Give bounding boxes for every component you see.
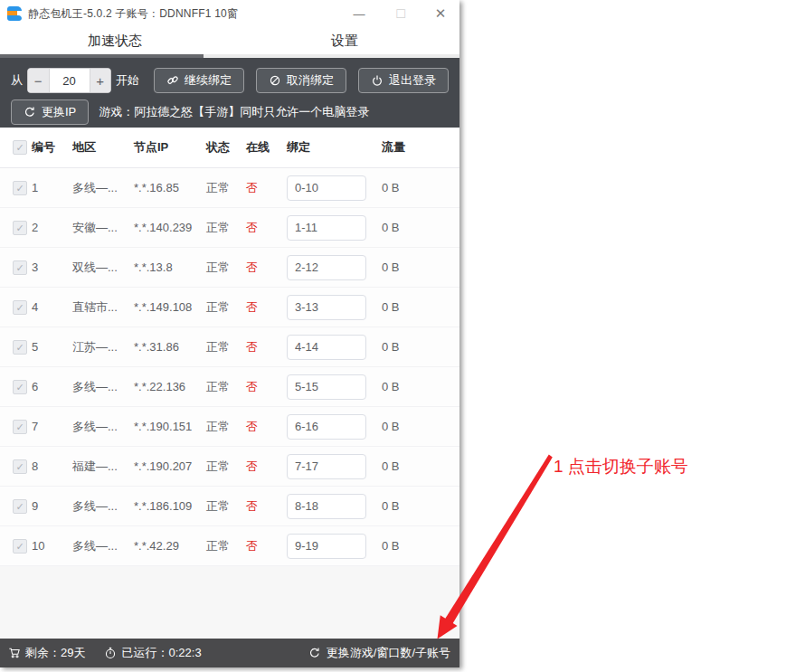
start-index-input[interactable] [50,69,90,92]
bind-range-input[interactable] [287,295,366,320]
row-checkbox[interactable]: ✓ [13,260,27,275]
refresh-icon [24,106,36,118]
cell-traffic: 0 B [378,539,459,553]
table-row: ✓ 5 江苏—... *.*.31.86 正常 否 0 B [0,327,459,367]
cart-icon [8,647,21,659]
table-body: ✓ 1 多线—... *.*.16.85 正常 否 0 B ✓ 2 安徽—...… [0,168,459,566]
table-header: ✓ 编号 地区 节点IP 状态 在线 绑定 流量 [0,128,459,168]
cell-region: 双线—... [72,260,134,276]
cell-online: 否 [246,220,287,236]
power-icon [371,74,384,87]
cell-status: 正常 [206,180,246,196]
bind-range-input[interactable] [287,534,366,559]
change-ip-label: 更换IP [42,104,76,120]
cell-traffic: 0 B [378,221,459,234]
bind-range-input[interactable] [287,414,366,440]
unlink-icon [269,74,281,87]
cell-online: 否 [246,299,287,316]
cell-traffic: 0 B [378,181,459,194]
bind-range-input[interactable] [287,335,366,360]
window-controls: — ☐ ✕ [338,0,459,27]
app-logo-icon [7,6,22,21]
row-checkbox[interactable]: ✓ [13,340,27,355]
cell-node-ip: *.*.16.85 [134,181,206,194]
row-checkbox[interactable]: ✓ [13,459,27,474]
row-checkbox[interactable]: ✓ [13,380,27,394]
cell-id: 4 [32,300,72,314]
header-id: 编号 [32,139,72,156]
header-online: 在线 [246,139,287,156]
start-index-stepper: − + [27,68,111,93]
link-icon [166,74,179,87]
cell-region: 安徽—... [72,220,134,236]
row-checkbox[interactable]: ✓ [13,221,27,235]
switch-account-button[interactable]: 更换游戏/窗口数/子账号 [308,645,450,661]
cell-status: 正常 [206,220,246,236]
cell-traffic: 0 B [378,260,459,274]
cell-id: 8 [32,459,72,473]
empty-area [0,566,459,639]
bind-range-input[interactable] [287,454,366,479]
node-table: ✓ 编号 地区 节点IP 状态 在线 绑定 流量 ✓ 1 多线—... *.*.… [0,128,459,566]
continue-bind-button[interactable]: 继续绑定 [154,68,244,93]
row-checkbox[interactable]: ✓ [13,499,27,514]
app-window: 静态包机王-5.0.2 子账号：DDNNFF1 10窗 — ☐ ✕ 加速状态 设… [0,0,459,667]
tab-accel-status[interactable]: 加速状态 [0,27,230,58]
bind-range-input[interactable] [287,494,366,519]
header-region: 地区 [72,139,134,156]
timer-icon [104,647,117,659]
from-label: 从 [11,72,23,89]
select-all-checkbox[interactable]: ✓ [13,140,27,155]
cell-region: 多线—... [72,379,134,395]
table-row: ✓ 10 多线—... *.*.42.29 正常 否 0 B [0,526,459,566]
cell-region: 直辖市... [72,299,134,316]
row-checkbox[interactable]: ✓ [13,420,27,434]
cell-online: 否 [246,459,287,475]
cell-region: 多线—... [72,419,134,435]
cell-node-ip: *.*.149.108 [134,300,206,314]
row-checkbox[interactable]: ✓ [13,300,27,315]
table-row: ✓ 3 双线—... *.*.13.8 正常 否 0 B [0,248,459,288]
cell-node-ip: *.*.31.86 [134,340,206,354]
bind-range-input[interactable] [287,374,366,400]
cell-id: 5 [32,340,72,354]
annotation-label: 1 点击切换子账号 [554,455,688,478]
minimize-icon[interactable]: — [338,0,380,27]
bind-range-input[interactable] [287,255,366,280]
row-checkbox[interactable]: ✓ [13,181,27,195]
bind-range-input[interactable] [287,175,366,201]
cell-region: 多线—... [72,180,134,196]
bind-range-input[interactable] [287,215,366,241]
table-row: ✓ 9 多线—... *.*.186.109 正常 否 0 B [0,487,459,526]
cancel-bind-button[interactable]: 取消绑定 [256,68,346,93]
remaining-days: 剩余：29天 [8,645,85,661]
game-notice: 游戏：阿拉德之怒【手游】同时只允许一个电脑登录 [99,104,369,120]
switch-account-label: 更换游戏/窗口数/子账号 [327,645,450,661]
cell-online: 否 [246,260,287,276]
cell-online: 否 [246,498,287,515]
cell-online: 否 [246,339,287,355]
row-checkbox[interactable]: ✓ [13,539,27,554]
table-row: ✓ 2 安徽—... *.*.140.239 正常 否 0 B [0,208,459,248]
logout-button[interactable]: 退出登录 [358,68,449,93]
header-node-ip: 节点IP [134,139,206,156]
header-status: 状态 [206,139,246,156]
toolbar-row-1: 从 − + 开始 继续绑定 [11,68,449,93]
cell-id: 3 [32,260,72,274]
start-label: 开始 [116,72,139,89]
logout-label: 退出登录 [389,72,436,89]
header-traffic: 流量 [378,139,459,156]
cell-id: 1 [32,181,72,194]
cell-status: 正常 [206,538,246,554]
maximize-icon[interactable]: ☐ [380,0,421,27]
cell-online: 否 [246,379,287,395]
change-ip-button[interactable]: 更换IP [11,99,89,125]
stepper-plus-button[interactable]: + [90,69,111,92]
cell-region: 多线—... [72,498,134,515]
close-icon[interactable]: ✕ [421,0,459,27]
cell-traffic: 0 B [378,499,459,513]
uptime: 已运行：0:22:3 [104,645,201,661]
toolbar-row-2: 更换IP 游戏：阿拉德之怒【手游】同时只允许一个电脑登录 [11,99,449,125]
stepper-minus-button[interactable]: − [28,69,50,92]
tab-settings[interactable]: 设置 [230,27,459,58]
